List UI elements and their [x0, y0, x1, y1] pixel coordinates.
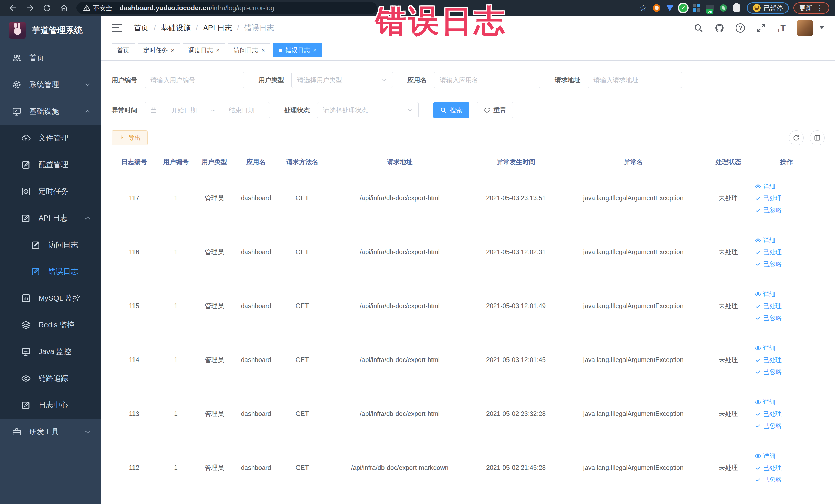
- breadcrumb-current: 错误日志: [244, 23, 274, 33]
- sidebar-item-api-log[interactable]: API 日志: [0, 205, 101, 231]
- sidebar-item-cron-job[interactable]: 定时任务: [0, 178, 101, 205]
- extension-grid-icon[interactable]: [691, 2, 702, 14]
- table-row: 1121管理员dashboardGET/api/infra/db-doc/exp…: [111, 441, 825, 495]
- sidebar-item-log-center[interactable]: 日志中心: [0, 392, 101, 419]
- tab-home[interactable]: 首页: [111, 43, 135, 57]
- request-url-input[interactable]: [588, 72, 682, 88]
- detail-link[interactable]: 详细: [755, 344, 775, 352]
- security-label[interactable]: 不安全: [93, 4, 112, 12]
- warning-icon: [83, 4, 90, 12]
- tab-access-log[interactable]: 访问日志×: [228, 43, 270, 57]
- sidebar-item-file-manage[interactable]: 文件管理: [0, 125, 101, 152]
- mark-ignored-link[interactable]: 已忽略: [755, 368, 781, 376]
- home-icon[interactable]: [57, 2, 72, 14]
- sidebar-item-error-log[interactable]: 错误日志: [0, 258, 101, 285]
- github-icon[interactable]: [715, 23, 725, 33]
- user-type-select[interactable]: 请选择用户类型: [291, 72, 393, 88]
- col-log-id: 日志编号: [111, 153, 157, 171]
- export-button[interactable]: 导出: [111, 130, 148, 145]
- sidebar-item-config-manage[interactable]: 配置管理: [0, 152, 101, 178]
- tab-error-log[interactable]: 错误日志×: [273, 43, 322, 57]
- mark-ignored-link[interactable]: 已忽略: [755, 260, 781, 268]
- avatar[interactable]: [797, 20, 813, 36]
- font-size-icon[interactable]: тT: [777, 24, 786, 32]
- refresh-table-button[interactable]: [789, 130, 804, 145]
- browser-menu-icon[interactable]: ⋮: [816, 4, 823, 12]
- browser-toolbar: 不安全 dashboard.yudao.iocoder.cn/infra/log…: [0, 0, 835, 16]
- sidebar-item-home[interactable]: 首页: [0, 45, 101, 72]
- extension-orange-icon[interactable]: [651, 2, 662, 14]
- breadcrumb-api-log[interactable]: API 日志: [203, 23, 232, 33]
- extension-green-check-icon[interactable]: ✓: [678, 2, 689, 14]
- page-content: 用户编号 用户类型 请选择用户类型 应用名 请求地址: [101, 61, 835, 504]
- close-icon[interactable]: ×: [261, 47, 265, 54]
- profile-paused-badge[interactable]: 已暂停: [747, 2, 789, 14]
- fullscreen-icon[interactable]: [756, 23, 766, 33]
- breadcrumb-home[interactable]: 首页: [134, 23, 149, 33]
- sidebar-item-dev-tools[interactable]: 研发工具: [0, 419, 101, 445]
- tab-cron-job[interactable]: 定时任务×: [138, 43, 180, 57]
- sidebar-logo[interactable]: 芋道管理系统: [0, 16, 101, 45]
- eye-icon: [21, 374, 31, 383]
- bookmark-star-icon[interactable]: ☆: [638, 2, 649, 14]
- back-icon[interactable]: [6, 2, 21, 14]
- extension-shield-icon[interactable]: [664, 2, 676, 14]
- sidebar-menu: 首页 系统管理 基础设施 文件管理 配置管理: [0, 45, 101, 504]
- exception-time-range-picker[interactable]: 开始日期 ~ 结束日期: [144, 102, 270, 118]
- address-bar[interactable]: 不安全 dashboard.yudao.iocoder.cn/infra/log…: [77, 2, 377, 14]
- mark-processed-link[interactable]: 已处理: [755, 248, 781, 256]
- detail-link[interactable]: 详细: [755, 290, 775, 298]
- sidebar-item-infra[interactable]: 基础设施: [0, 98, 101, 125]
- mark-processed-link[interactable]: 已处理: [755, 410, 781, 418]
- refresh-icon: [484, 107, 490, 114]
- avatar-caret-icon[interactable]: [820, 26, 824, 29]
- search-icon[interactable]: [694, 23, 703, 33]
- close-icon[interactable]: ×: [313, 47, 317, 54]
- extension-switch-icon[interactable]: on: [704, 2, 716, 14]
- detail-link[interactable]: 详细: [755, 182, 775, 190]
- sidebar-item-trace[interactable]: 链路追踪: [0, 365, 101, 392]
- logo-image: [9, 22, 26, 39]
- tab-schedule-log[interactable]: 调度日志×: [183, 43, 225, 57]
- mark-ignored-link[interactable]: 已忽略: [755, 422, 781, 430]
- column-settings-button[interactable]: [810, 130, 825, 145]
- reload-icon[interactable]: [40, 2, 55, 14]
- mark-processed-link[interactable]: 已处理: [755, 194, 781, 202]
- detail-link[interactable]: 详细: [755, 398, 775, 406]
- sidebar-item-redis-monitor[interactable]: Redis 监控: [0, 312, 101, 338]
- log-edit-icon: [21, 400, 31, 410]
- sidebar-item-system[interactable]: 系统管理: [0, 72, 101, 98]
- chrome-update-badge[interactable]: 更新 ⋮: [793, 2, 829, 14]
- mark-processed-link[interactable]: 已处理: [755, 464, 781, 472]
- app-name-input[interactable]: [434, 72, 540, 88]
- extension-leaf-icon[interactable]: [718, 2, 729, 14]
- search-button[interactable]: 搜索: [433, 102, 469, 118]
- sidebar-item-mysql-monitor[interactable]: MySQL 监控: [0, 285, 101, 312]
- forward-icon[interactable]: [23, 2, 38, 14]
- reset-button[interactable]: 重置: [477, 102, 513, 118]
- extensions-puzzle-icon[interactable]: [731, 2, 742, 14]
- help-icon[interactable]: ?: [736, 23, 745, 33]
- user-id-input[interactable]: [144, 72, 244, 88]
- start-date-placeholder: 开始日期: [161, 106, 207, 115]
- chevron-down-icon: [84, 428, 91, 436]
- mark-processed-link[interactable]: 已处理: [755, 356, 781, 364]
- sidebar-item-java-monitor[interactable]: Java 监控: [0, 338, 101, 365]
- close-icon[interactable]: ×: [171, 47, 175, 54]
- mark-ignored-link[interactable]: 已忽略: [755, 206, 781, 214]
- mark-ignored-link[interactable]: 已忽略: [755, 314, 781, 322]
- breadcrumb-infra[interactable]: 基础设施: [161, 23, 191, 33]
- sidebar-item-access-log[interactable]: 访问日志: [0, 231, 101, 258]
- timer-icon: [21, 187, 31, 196]
- detail-link[interactable]: 详细: [755, 236, 775, 244]
- mark-ignored-link[interactable]: 已忽略: [755, 476, 781, 484]
- filter-row-1: 用户编号 用户类型 请选择用户类型 应用名 请求地址: [111, 72, 825, 88]
- process-status-select[interactable]: 请选择处理状态: [317, 102, 419, 118]
- download-icon: [119, 135, 125, 141]
- col-exception-time: 异常发生时间: [474, 153, 558, 171]
- end-date-placeholder: 结束日期: [219, 106, 264, 115]
- close-icon[interactable]: ×: [216, 47, 220, 54]
- mark-processed-link[interactable]: 已处理: [755, 302, 781, 310]
- collapse-sidebar-icon[interactable]: [112, 24, 122, 32]
- detail-link[interactable]: 详细: [755, 452, 775, 460]
